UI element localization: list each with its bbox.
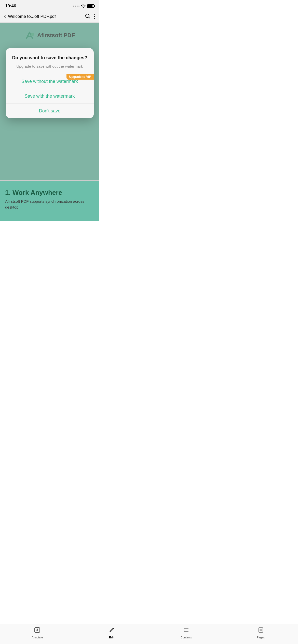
signal-icon [73, 6, 79, 7]
more-button[interactable] [94, 14, 95, 19]
main-content: Afirstsoft PDF Welcome to Afirstsoft PDF… [0, 23, 99, 180]
save-with-watermark-option[interactable]: Save with the watermark [6, 89, 94, 104]
svg-line-1 [89, 17, 90, 18]
status-bar: 19:46 [0, 0, 99, 11]
second-section: 1. Work Anywhere Afirstsoft PDF supports… [0, 180, 99, 221]
nav-bar: ‹ Welcome to...oft PDF.pdf [0, 11, 99, 23]
wifi-icon [81, 4, 86, 8]
section-body: Afirstsoft PDF supports synchronization … [5, 199, 94, 210]
dont-save-option[interactable]: Don't save [6, 104, 94, 118]
status-icons [73, 4, 94, 8]
section-title: 1. Work Anywhere [5, 189, 94, 197]
save-with-watermark-label: Save with the watermark [24, 94, 75, 99]
vip-badge: Upgrade to VIP [66, 74, 93, 80]
page: 19:46 ‹ Welcome to...oft PDF.pdf [0, 0, 99, 241]
modal-overlay: Do you want to save the changes? Upgrade… [0, 23, 99, 180]
dont-save-label: Don't save [39, 108, 60, 114]
save-dialog: Do you want to save the changes? Upgrade… [6, 48, 94, 118]
modal-title: Do you want to save the changes? [12, 55, 88, 61]
search-button[interactable] [85, 13, 90, 20]
nav-title: Welcome to...oft PDF.pdf [8, 14, 85, 19]
back-button[interactable]: ‹ [4, 13, 6, 20]
modal-subtitle: Upgrade to save without the watermark [12, 64, 88, 69]
save-without-watermark-label: Save without the watermark [21, 79, 78, 84]
save-without-watermark-option[interactable]: Upgrade to VIP Save without the watermar… [6, 74, 94, 89]
battery-icon [87, 4, 94, 8]
status-time: 19:46 [5, 4, 16, 9]
modal-header: Do you want to save the changes? Upgrade… [6, 48, 94, 74]
